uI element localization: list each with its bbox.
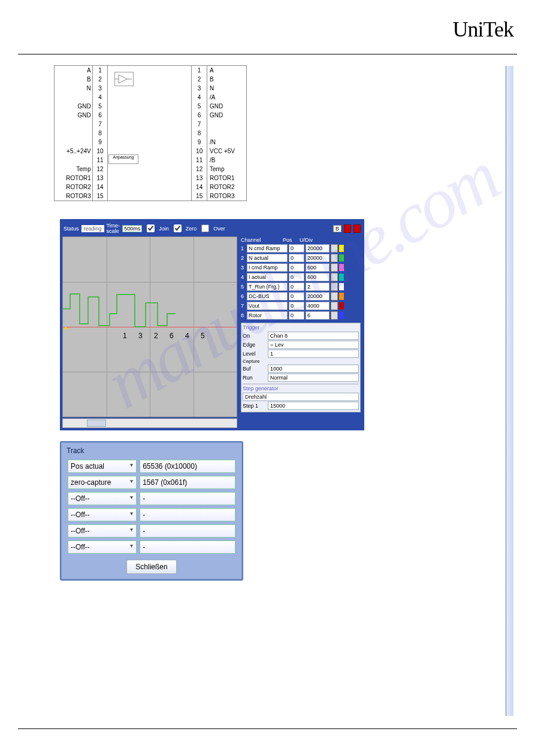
channel-udiv-input[interactable]: 20000 bbox=[306, 244, 330, 253]
channel-pos-input[interactable]: 0 bbox=[289, 273, 304, 281]
track-select[interactable]: --Off-- bbox=[68, 508, 137, 521]
diagram-left-label: ROTOR1 bbox=[55, 174, 92, 183]
channel-toggle[interactable] bbox=[331, 244, 338, 253]
channel-color-swatch bbox=[339, 283, 344, 290]
diagram-left-pin: 9 bbox=[92, 138, 108, 147]
channel-udiv-input[interactable]: 20000 bbox=[306, 292, 330, 300]
diagram-right-label: ROTOR3 bbox=[207, 192, 247, 201]
trigger-level-input[interactable]: 1 bbox=[268, 350, 359, 358]
side-gradient-bar bbox=[506, 66, 513, 716]
scope-plot: 1 3 2 6 4 5 bbox=[62, 236, 237, 417]
oscilloscope-panel: Status reading Time- scale 500ms Join Ze… bbox=[60, 219, 364, 430]
channel-pos-input[interactable]: 0 bbox=[289, 244, 304, 253]
channel-name-select[interactable]: Rotor bbox=[247, 311, 288, 320]
channel-pos-input[interactable]: 0 bbox=[289, 263, 304, 272]
channel-udiv-input[interactable]: 600 bbox=[306, 273, 330, 281]
trigger-on-select[interactable]: Chan 8 bbox=[268, 332, 359, 340]
diagram-left-label: GND bbox=[55, 102, 92, 111]
channel-toggle[interactable] bbox=[331, 283, 338, 291]
diagram-left-pin: 11 bbox=[92, 156, 108, 165]
channel-name-select[interactable]: N cmd Ramp bbox=[247, 244, 288, 253]
channel-pos-input[interactable]: 0 bbox=[289, 302, 304, 310]
status-label: Status bbox=[64, 226, 79, 232]
diagram-right-label: A bbox=[207, 66, 247, 75]
diagram-right-pin: 13 bbox=[192, 174, 207, 183]
diagram-left-label: GND bbox=[55, 111, 92, 120]
channel-toggle[interactable] bbox=[331, 273, 338, 281]
channel-udiv-input[interactable]: 20000 bbox=[306, 254, 330, 262]
diagram-right-label: /N bbox=[207, 138, 247, 147]
diagram-right-pin: 12 bbox=[192, 165, 207, 174]
channel-toggle[interactable] bbox=[331, 292, 338, 300]
trigger-run-label: Run bbox=[243, 375, 265, 381]
channel-udiv-input[interactable]: 6 bbox=[306, 311, 330, 320]
track-value: 1567 (0x061f) bbox=[140, 476, 235, 489]
diagram-left-label bbox=[55, 129, 92, 138]
divider-top bbox=[18, 54, 517, 54]
trigger-edge-select[interactable]: = Lev bbox=[268, 341, 359, 349]
channel-pos-input[interactable]: 0 bbox=[289, 254, 304, 262]
toolbar-btn-red2[interactable] bbox=[353, 224, 361, 233]
diagram-left-pin: 7 bbox=[92, 120, 108, 129]
diagram-right-label: GND bbox=[207, 102, 247, 111]
track-select[interactable]: --Off-- bbox=[68, 524, 137, 538]
channel-name-select[interactable]: N actual bbox=[247, 254, 288, 262]
diagram-right-pin: 2 bbox=[192, 75, 207, 84]
stepgen-step1-input[interactable]: 15000 bbox=[268, 402, 359, 410]
over-checkbox[interactable] bbox=[201, 224, 209, 232]
channel-pos-input[interactable]: 0 bbox=[289, 311, 304, 320]
trigger-title: Trigger bbox=[243, 324, 359, 330]
channel-udiv-input[interactable]: 2 bbox=[306, 283, 330, 291]
diagram-right-pin: 14 bbox=[192, 183, 207, 192]
join-checkbox[interactable] bbox=[147, 224, 155, 232]
track-select[interactable]: zero-capture bbox=[68, 476, 137, 489]
track-select[interactable]: --Off-- bbox=[68, 541, 137, 554]
diagram-right-label bbox=[207, 129, 247, 138]
channel-name-select[interactable]: DC-BUS bbox=[247, 292, 288, 300]
channel-udiv-input[interactable]: 600 bbox=[306, 263, 330, 272]
track-select[interactable]: Pos actual bbox=[68, 460, 137, 473]
diagram-left-pin: 5 bbox=[92, 102, 108, 111]
trigger-buf-select[interactable]: 1000 bbox=[268, 365, 359, 373]
channel-pos-input[interactable]: 0 bbox=[289, 292, 304, 300]
diagram-right-label: ROTOR1 bbox=[207, 174, 247, 183]
channel-pos-input[interactable]: 0 bbox=[289, 283, 304, 291]
plot-scrollbar[interactable] bbox=[62, 418, 237, 428]
channel-name-select[interactable]: I actual bbox=[247, 273, 288, 281]
channel-index: 2 bbox=[241, 255, 246, 261]
channel-udiv-input[interactable]: 4000 bbox=[306, 302, 330, 310]
track-value: - bbox=[140, 492, 235, 505]
channel-toggle[interactable] bbox=[331, 311, 338, 320]
trigger-run-select[interactable]: Normal bbox=[268, 374, 359, 382]
diagram-left-label bbox=[55, 138, 92, 147]
channel-index: 8 bbox=[241, 312, 246, 318]
channel-name-select[interactable]: T_Run (Frg.) bbox=[247, 283, 288, 291]
divider-bottom bbox=[18, 728, 517, 729]
zero-checkbox[interactable] bbox=[174, 224, 182, 232]
channel-name-select[interactable]: I cmd Ramp bbox=[247, 263, 288, 272]
close-button[interactable]: Schließen bbox=[126, 560, 176, 574]
diagram-right-label: GND bbox=[207, 111, 247, 120]
diagram-right-label bbox=[207, 120, 247, 129]
plot-index-labels: 1 3 2 6 4 5 bbox=[123, 332, 210, 340]
diagram-right-pin: 10 bbox=[192, 147, 207, 156]
diagram-left-label: ROTOR2 bbox=[55, 183, 92, 192]
diagram-right-pin: 8 bbox=[192, 129, 207, 138]
stepgen-mode-select[interactable]: Drehzahl bbox=[243, 393, 359, 401]
toolbar-btn-b[interactable]: B bbox=[333, 225, 341, 232]
channel-color-swatch bbox=[339, 264, 344, 271]
timescale-select[interactable]: 500ms bbox=[122, 225, 142, 232]
channel-toggle[interactable] bbox=[331, 254, 338, 262]
stepgen-step1-label: Step 1 bbox=[243, 403, 265, 409]
toolbar-btn-red[interactable] bbox=[344, 224, 351, 233]
track-panel: Track Pos actual65536 (0x10000)zero-capt… bbox=[60, 441, 243, 581]
track-select[interactable]: --Off-- bbox=[68, 492, 137, 505]
join-label: Join bbox=[159, 226, 169, 232]
channel-name-select[interactable]: Vout bbox=[247, 302, 288, 310]
diagram-left-label bbox=[55, 120, 92, 129]
channel-toggle[interactable] bbox=[331, 263, 338, 272]
channel-toggle[interactable] bbox=[331, 302, 338, 310]
diagram-left-label: ROTOR3 bbox=[55, 192, 92, 201]
diagram-right-pin: 15 bbox=[192, 192, 207, 201]
channel-index: 7 bbox=[241, 303, 246, 309]
